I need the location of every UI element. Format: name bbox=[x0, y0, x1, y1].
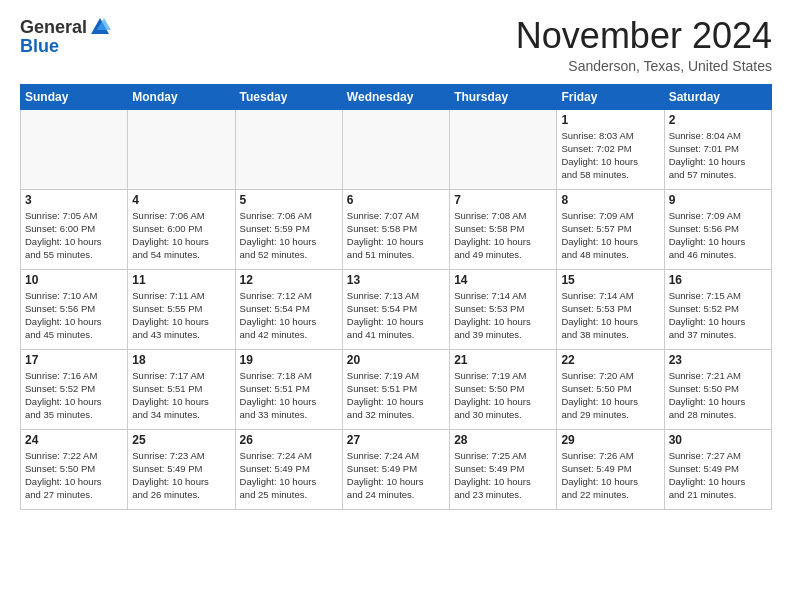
day-number: 1 bbox=[561, 113, 659, 127]
calendar-cell: 24Sunrise: 7:22 AM Sunset: 5:50 PM Dayli… bbox=[21, 429, 128, 509]
calendar-week-2: 10Sunrise: 7:10 AM Sunset: 5:56 PM Dayli… bbox=[21, 269, 772, 349]
calendar-header-thursday: Thursday bbox=[450, 84, 557, 109]
logo-icon bbox=[89, 16, 111, 38]
day-info: Sunrise: 7:24 AM Sunset: 5:49 PM Dayligh… bbox=[240, 449, 338, 502]
day-info: Sunrise: 7:26 AM Sunset: 5:49 PM Dayligh… bbox=[561, 449, 659, 502]
day-number: 25 bbox=[132, 433, 230, 447]
calendar-cell: 1Sunrise: 8:03 AM Sunset: 7:02 PM Daylig… bbox=[557, 109, 664, 189]
day-info: Sunrise: 7:12 AM Sunset: 5:54 PM Dayligh… bbox=[240, 289, 338, 342]
day-info: Sunrise: 7:15 AM Sunset: 5:52 PM Dayligh… bbox=[669, 289, 767, 342]
day-info: Sunrise: 7:18 AM Sunset: 5:51 PM Dayligh… bbox=[240, 369, 338, 422]
calendar-cell: 9Sunrise: 7:09 AM Sunset: 5:56 PM Daylig… bbox=[664, 189, 771, 269]
calendar-week-4: 24Sunrise: 7:22 AM Sunset: 5:50 PM Dayli… bbox=[21, 429, 772, 509]
day-info: Sunrise: 7:05 AM Sunset: 6:00 PM Dayligh… bbox=[25, 209, 123, 262]
day-info: Sunrise: 7:09 AM Sunset: 5:56 PM Dayligh… bbox=[669, 209, 767, 262]
day-number: 19 bbox=[240, 353, 338, 367]
calendar-cell: 12Sunrise: 7:12 AM Sunset: 5:54 PM Dayli… bbox=[235, 269, 342, 349]
day-number: 13 bbox=[347, 273, 445, 287]
day-info: Sunrise: 7:27 AM Sunset: 5:49 PM Dayligh… bbox=[669, 449, 767, 502]
page: General Blue November 2024 Sanderson, Te… bbox=[0, 0, 792, 520]
day-info: Sunrise: 7:14 AM Sunset: 5:53 PM Dayligh… bbox=[561, 289, 659, 342]
day-number: 8 bbox=[561, 193, 659, 207]
calendar-week-0: 1Sunrise: 8:03 AM Sunset: 7:02 PM Daylig… bbox=[21, 109, 772, 189]
calendar-cell: 26Sunrise: 7:24 AM Sunset: 5:49 PM Dayli… bbox=[235, 429, 342, 509]
day-info: Sunrise: 8:03 AM Sunset: 7:02 PM Dayligh… bbox=[561, 129, 659, 182]
day-info: Sunrise: 7:20 AM Sunset: 5:50 PM Dayligh… bbox=[561, 369, 659, 422]
day-info: Sunrise: 8:04 AM Sunset: 7:01 PM Dayligh… bbox=[669, 129, 767, 182]
calendar-header-wednesday: Wednesday bbox=[342, 84, 449, 109]
day-number: 9 bbox=[669, 193, 767, 207]
day-info: Sunrise: 7:19 AM Sunset: 5:51 PM Dayligh… bbox=[347, 369, 445, 422]
day-number: 17 bbox=[25, 353, 123, 367]
day-number: 18 bbox=[132, 353, 230, 367]
day-number: 6 bbox=[347, 193, 445, 207]
calendar-cell: 22Sunrise: 7:20 AM Sunset: 5:50 PM Dayli… bbox=[557, 349, 664, 429]
day-info: Sunrise: 7:11 AM Sunset: 5:55 PM Dayligh… bbox=[132, 289, 230, 342]
calendar-cell: 16Sunrise: 7:15 AM Sunset: 5:52 PM Dayli… bbox=[664, 269, 771, 349]
calendar-cell: 21Sunrise: 7:19 AM Sunset: 5:50 PM Dayli… bbox=[450, 349, 557, 429]
calendar-cell: 29Sunrise: 7:26 AM Sunset: 5:49 PM Dayli… bbox=[557, 429, 664, 509]
calendar-week-1: 3Sunrise: 7:05 AM Sunset: 6:00 PM Daylig… bbox=[21, 189, 772, 269]
day-info: Sunrise: 7:22 AM Sunset: 5:50 PM Dayligh… bbox=[25, 449, 123, 502]
day-number: 14 bbox=[454, 273, 552, 287]
day-number: 23 bbox=[669, 353, 767, 367]
day-info: Sunrise: 7:16 AM Sunset: 5:52 PM Dayligh… bbox=[25, 369, 123, 422]
day-info: Sunrise: 7:23 AM Sunset: 5:49 PM Dayligh… bbox=[132, 449, 230, 502]
day-number: 26 bbox=[240, 433, 338, 447]
calendar-cell: 14Sunrise: 7:14 AM Sunset: 5:53 PM Dayli… bbox=[450, 269, 557, 349]
calendar-cell bbox=[235, 109, 342, 189]
calendar-cell: 30Sunrise: 7:27 AM Sunset: 5:49 PM Dayli… bbox=[664, 429, 771, 509]
calendar-week-3: 17Sunrise: 7:16 AM Sunset: 5:52 PM Dayli… bbox=[21, 349, 772, 429]
day-info: Sunrise: 7:06 AM Sunset: 5:59 PM Dayligh… bbox=[240, 209, 338, 262]
logo-blue-text: Blue bbox=[20, 36, 59, 56]
day-info: Sunrise: 7:21 AM Sunset: 5:50 PM Dayligh… bbox=[669, 369, 767, 422]
day-info: Sunrise: 7:24 AM Sunset: 5:49 PM Dayligh… bbox=[347, 449, 445, 502]
day-info: Sunrise: 7:07 AM Sunset: 5:58 PM Dayligh… bbox=[347, 209, 445, 262]
calendar-cell: 19Sunrise: 7:18 AM Sunset: 5:51 PM Dayli… bbox=[235, 349, 342, 429]
logo-general-text: General bbox=[20, 18, 87, 36]
day-info: Sunrise: 7:13 AM Sunset: 5:54 PM Dayligh… bbox=[347, 289, 445, 342]
day-number: 2 bbox=[669, 113, 767, 127]
day-info: Sunrise: 7:09 AM Sunset: 5:57 PM Dayligh… bbox=[561, 209, 659, 262]
header: General Blue November 2024 Sanderson, Te… bbox=[20, 16, 772, 74]
day-number: 24 bbox=[25, 433, 123, 447]
location: Sanderson, Texas, United States bbox=[516, 58, 772, 74]
day-number: 5 bbox=[240, 193, 338, 207]
day-info: Sunrise: 7:14 AM Sunset: 5:53 PM Dayligh… bbox=[454, 289, 552, 342]
day-info: Sunrise: 7:25 AM Sunset: 5:49 PM Dayligh… bbox=[454, 449, 552, 502]
calendar-cell bbox=[450, 109, 557, 189]
day-info: Sunrise: 7:10 AM Sunset: 5:56 PM Dayligh… bbox=[25, 289, 123, 342]
calendar-header-row: SundayMondayTuesdayWednesdayThursdayFrid… bbox=[21, 84, 772, 109]
day-number: 12 bbox=[240, 273, 338, 287]
day-number: 30 bbox=[669, 433, 767, 447]
day-number: 21 bbox=[454, 353, 552, 367]
calendar-table: SundayMondayTuesdayWednesdayThursdayFrid… bbox=[20, 84, 772, 510]
day-number: 10 bbox=[25, 273, 123, 287]
calendar-header-saturday: Saturday bbox=[664, 84, 771, 109]
calendar-cell: 7Sunrise: 7:08 AM Sunset: 5:58 PM Daylig… bbox=[450, 189, 557, 269]
calendar-cell: 15Sunrise: 7:14 AM Sunset: 5:53 PM Dayli… bbox=[557, 269, 664, 349]
title-block: November 2024 Sanderson, Texas, United S… bbox=[516, 16, 772, 74]
day-info: Sunrise: 7:19 AM Sunset: 5:50 PM Dayligh… bbox=[454, 369, 552, 422]
day-number: 4 bbox=[132, 193, 230, 207]
calendar-cell bbox=[21, 109, 128, 189]
day-number: 15 bbox=[561, 273, 659, 287]
day-number: 22 bbox=[561, 353, 659, 367]
day-info: Sunrise: 7:08 AM Sunset: 5:58 PM Dayligh… bbox=[454, 209, 552, 262]
calendar-cell: 4Sunrise: 7:06 AM Sunset: 6:00 PM Daylig… bbox=[128, 189, 235, 269]
calendar-cell bbox=[342, 109, 449, 189]
calendar-cell: 6Sunrise: 7:07 AM Sunset: 5:58 PM Daylig… bbox=[342, 189, 449, 269]
calendar-header-friday: Friday bbox=[557, 84, 664, 109]
calendar-cell: 20Sunrise: 7:19 AM Sunset: 5:51 PM Dayli… bbox=[342, 349, 449, 429]
calendar-cell: 11Sunrise: 7:11 AM Sunset: 5:55 PM Dayli… bbox=[128, 269, 235, 349]
calendar-cell: 27Sunrise: 7:24 AM Sunset: 5:49 PM Dayli… bbox=[342, 429, 449, 509]
calendar-cell bbox=[128, 109, 235, 189]
day-number: 29 bbox=[561, 433, 659, 447]
calendar-cell: 17Sunrise: 7:16 AM Sunset: 5:52 PM Dayli… bbox=[21, 349, 128, 429]
calendar-header-tuesday: Tuesday bbox=[235, 84, 342, 109]
calendar-cell: 5Sunrise: 7:06 AM Sunset: 5:59 PM Daylig… bbox=[235, 189, 342, 269]
day-number: 16 bbox=[669, 273, 767, 287]
calendar-cell: 23Sunrise: 7:21 AM Sunset: 5:50 PM Dayli… bbox=[664, 349, 771, 429]
day-number: 11 bbox=[132, 273, 230, 287]
day-number: 27 bbox=[347, 433, 445, 447]
